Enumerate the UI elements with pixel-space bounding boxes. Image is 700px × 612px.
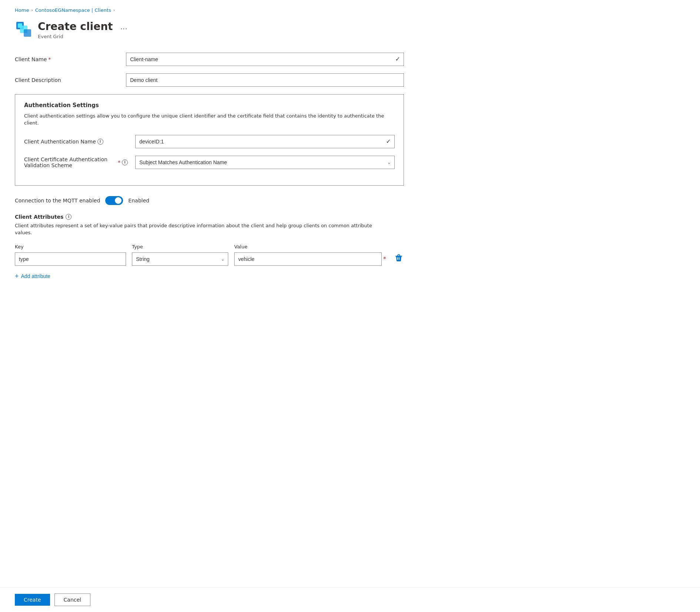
page-title-group: Create client ... Event Grid [38, 20, 127, 39]
add-attribute-button[interactable]: + Add attribute [15, 270, 50, 282]
attribute-row-0: String Integer Boolean Float ⌄ * [15, 252, 404, 266]
footer-bar: Create Cancel [0, 587, 700, 612]
attributes-title-row: Client Attributes i [15, 214, 404, 220]
attr-value-input-0[interactable] [234, 252, 382, 266]
attr-value-control-0: * [234, 252, 388, 266]
client-description-label: Client Description [15, 77, 119, 83]
client-name-required: * [48, 56, 51, 62]
more-options-button[interactable]: ... [120, 22, 127, 31]
col-header-type: Type [132, 244, 228, 249]
delete-attribute-button-0[interactable] [394, 253, 404, 265]
trash-icon [395, 254, 402, 262]
plus-icon: + [15, 272, 19, 280]
auth-settings-box: Authentication Settings Client authentic… [15, 94, 404, 186]
attr-type-control-0: String Integer Boolean Float ⌄ [132, 252, 228, 266]
client-name-input[interactable] [126, 53, 404, 66]
auth-name-check-icon: ✓ [386, 138, 391, 145]
mqtt-label: Connection to the MQTT enabled [15, 198, 100, 204]
client-name-check-icon: ✓ [395, 56, 400, 63]
toggle-thumb [115, 197, 122, 204]
auth-settings-title: Authentication Settings [24, 102, 395, 109]
validation-scheme-select[interactable]: Subject Matches Authentication Name Thum… [135, 156, 395, 169]
col-header-value: Value [234, 244, 404, 249]
page-title: Create client [38, 20, 113, 33]
col-header-key: Key [15, 244, 126, 249]
breadcrumb-chevron-2: › [113, 8, 115, 13]
auth-name-row: Client Authentication Name i ✓ [24, 135, 395, 148]
attr-key-input-0[interactable] [15, 252, 126, 266]
validation-scheme-label: Client Certificate Authentication Valida… [24, 156, 128, 168]
page-subtitle: Event Grid [38, 34, 127, 39]
attr-type-select-0[interactable]: String Integer Boolean Float [132, 252, 228, 266]
svg-rect-2 [24, 29, 31, 37]
client-description-control [126, 73, 404, 87]
validation-scheme-row: Client Certificate Authentication Valida… [24, 156, 395, 169]
client-description-input[interactable] [126, 73, 404, 87]
client-attributes-section: Client Attributes i Client attributes re… [15, 214, 404, 282]
auth-settings-desc: Client authentication settings allow you… [24, 112, 395, 127]
mqtt-toggle[interactable] [105, 196, 123, 205]
client-name-label: Client Name * [15, 56, 119, 62]
client-name-row: Client Name * ✓ [15, 53, 404, 66]
breadcrumb-chevron-1: › [31, 8, 33, 13]
page-header: Create client ... Event Grid [15, 20, 685, 39]
attr-value-required-0: * [383, 255, 386, 262]
auth-name-input[interactable] [135, 135, 395, 148]
attr-key-control-0 [15, 252, 126, 266]
auth-name-label: Client Authentication Name i [24, 139, 128, 145]
cancel-button[interactable]: Cancel [54, 593, 90, 606]
create-button[interactable]: Create [15, 594, 50, 606]
attributes-header: Key Type Value [15, 244, 404, 249]
breadcrumb-namespace[interactable]: ContosoEGNamespace | Clients [35, 7, 111, 13]
validation-scheme-control: Subject Matches Authentication Name Thum… [135, 156, 395, 169]
validation-info-icon[interactable]: i [122, 159, 128, 165]
client-name-control: ✓ [126, 53, 404, 66]
toggle-track [105, 196, 123, 205]
client-description-row: Client Description [15, 73, 404, 87]
svg-rect-3 [18, 23, 22, 28]
auth-name-info-icon[interactable]: i [97, 139, 103, 145]
attributes-title: Client Attributes [15, 214, 63, 220]
validation-required: * [118, 159, 120, 165]
breadcrumb-home[interactable]: Home [15, 7, 29, 13]
auth-name-control: ✓ [135, 135, 395, 148]
form-section: Client Name * ✓ Client Description Authe… [15, 53, 404, 282]
mqtt-toggle-row: Connection to the MQTT enabled Enabled [15, 196, 404, 205]
attributes-desc: Client attributes represent a set of key… [15, 222, 385, 236]
mqtt-status: Enabled [128, 198, 149, 204]
event-grid-icon [15, 20, 33, 38]
breadcrumb: Home › ContosoEGNamespace | Clients › [15, 7, 685, 13]
attributes-info-icon[interactable]: i [66, 214, 72, 220]
